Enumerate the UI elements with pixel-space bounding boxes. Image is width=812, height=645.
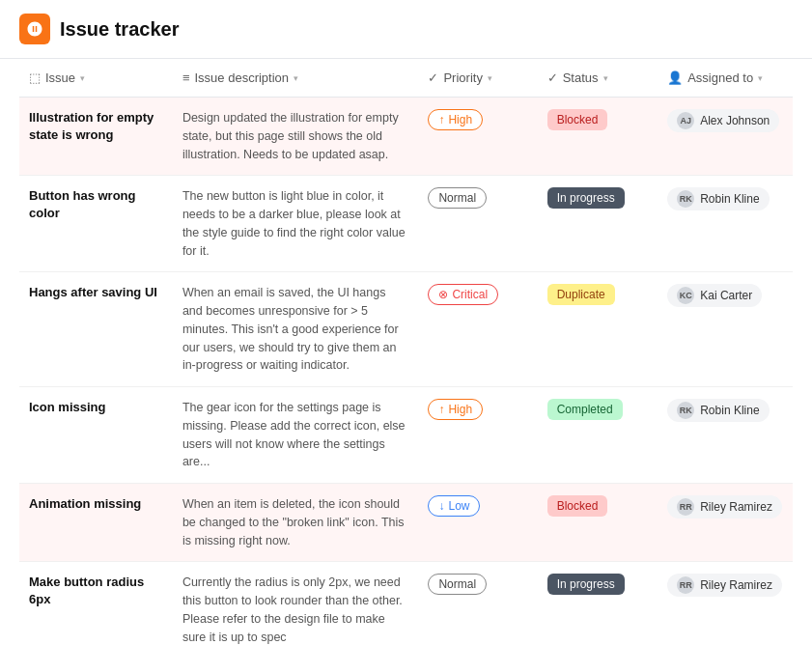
issue-description: The new button is light blue in color, i… xyxy=(182,189,406,257)
col-desc-chevron: ▾ xyxy=(294,73,298,83)
priority-icon: ↓ xyxy=(438,499,444,513)
status-cell: Completed xyxy=(538,387,658,484)
issue-desc-cell: Design updated the illustration for empt… xyxy=(173,98,419,176)
issue-title: Animation missing xyxy=(29,496,141,511)
priority-col-icon: ✓ xyxy=(428,70,438,85)
priority-label: High xyxy=(448,403,472,416)
col-issue-chevron: ▾ xyxy=(80,73,85,83)
issue-title-cell: Make button radius 6px xyxy=(19,562,173,645)
priority-badge: ↑High xyxy=(428,109,483,130)
issue-desc-cell: When an email is saved, the UI hangs and… xyxy=(173,272,419,387)
priority-icon: ↑ xyxy=(438,113,444,126)
app-header: Issue tracker xyxy=(0,0,812,59)
avatar: RR xyxy=(677,498,694,516)
status-col-icon: ✓ xyxy=(547,70,558,85)
priority-cell: Normal xyxy=(418,562,537,645)
issue-title-cell: Animation missing xyxy=(19,484,173,562)
assignee-badge: KCKai Carter xyxy=(667,284,762,307)
app-logo xyxy=(19,14,50,44)
status-badge: Blocked xyxy=(547,495,608,517)
table-row[interactable]: Animation missingWhen an item is deleted… xyxy=(19,484,793,562)
issue-title-cell: Icon missing xyxy=(19,387,173,484)
priority-label: Low xyxy=(448,499,469,513)
status-badge: Blocked xyxy=(547,109,608,130)
table-row[interactable]: Make button radius 6pxCurrently the radi… xyxy=(19,562,793,645)
col-priority[interactable]: ✓ Priority ▾ xyxy=(418,59,537,98)
issue-title-cell: Hangs after saving UI xyxy=(19,272,173,387)
assignee-name: Robin Kline xyxy=(700,192,759,206)
assignee-badge: RRRiley Ramirez xyxy=(667,574,782,597)
issue-desc-cell: Currently the radius is only 2px, we nee… xyxy=(173,562,419,645)
avatar: RK xyxy=(677,402,694,419)
priority-cell: ⊗Critical xyxy=(418,272,537,387)
issue-title-cell: Button has wrong color xyxy=(19,176,173,272)
assignee-cell: RRRiley Ramirez xyxy=(658,562,793,645)
col-assigned-label: Assigned to xyxy=(687,70,753,85)
status-badge: In progress xyxy=(547,574,625,595)
issue-desc-cell: The gear icon for the settings page is m… xyxy=(173,387,419,484)
col-issue-label: Issue xyxy=(45,70,75,85)
col-priority-label: Priority xyxy=(443,70,482,85)
status-cell: Duplicate xyxy=(538,272,658,387)
priority-badge: Normal xyxy=(428,187,487,209)
issue-title: Illustration for empty state is wrong xyxy=(29,110,154,142)
issue-description: Currently the radius is only 2px, we nee… xyxy=(182,575,403,643)
issue-description: When an item is deleted, the icon should… xyxy=(182,497,405,547)
priority-badge: ↓Low xyxy=(428,495,480,517)
col-assigned[interactable]: 👤 Assigned to ▾ xyxy=(658,59,793,98)
priority-badge: ⊗Critical xyxy=(428,284,498,305)
assignee-name: Riley Ramirez xyxy=(700,500,772,514)
assignee-badge: AJAlex Johnson xyxy=(667,109,779,132)
assignee-cell: RKRobin Kline xyxy=(658,176,793,272)
assignee-name: Alex Johnson xyxy=(700,114,770,127)
main-content: ⬚ Issue ▾ ≡ Issue description ▾ ✓ Pr xyxy=(0,59,812,645)
avatar: RK xyxy=(677,190,694,208)
col-desc-label: Issue description xyxy=(194,70,289,85)
col-status-label: Status xyxy=(563,70,599,85)
col-issue[interactable]: ⬚ Issue ▾ xyxy=(19,59,173,98)
issue-desc-cell: When an item is deleted, the icon should… xyxy=(173,484,419,562)
priority-label: High xyxy=(448,113,472,126)
issue-title: Hangs after saving UI xyxy=(29,285,157,299)
issue-col-icon: ⬚ xyxy=(29,70,41,85)
assignee-cell: RKRobin Kline xyxy=(658,387,793,484)
avatar: KC xyxy=(677,287,694,304)
table-row[interactable]: Icon missingThe gear icon for the settin… xyxy=(19,387,793,484)
logo-icon xyxy=(26,20,43,38)
status-badge: In progress xyxy=(547,187,625,209)
col-assigned-chevron: ▾ xyxy=(758,73,763,83)
issue-description: When an email is saved, the UI hangs and… xyxy=(182,286,399,372)
status-badge: Completed xyxy=(547,399,623,420)
status-cell: Blocked xyxy=(538,484,658,562)
avatar: AJ xyxy=(677,112,694,129)
col-description[interactable]: ≡ Issue description ▾ xyxy=(173,59,419,98)
col-status[interactable]: ✓ Status ▾ xyxy=(538,59,658,98)
table-row[interactable]: Hangs after saving UIWhen an email is sa… xyxy=(19,272,793,387)
assigned-col-icon: 👤 xyxy=(667,70,683,85)
issue-desc-cell: The new button is light blue in color, i… xyxy=(173,176,419,272)
priority-cell: ↓Low xyxy=(418,484,537,562)
assignee-cell: RRRiley Ramirez xyxy=(658,484,793,562)
issue-title: Button has wrong color xyxy=(29,188,136,220)
status-cell: In progress xyxy=(538,562,658,645)
assignee-name: Riley Ramirez xyxy=(700,578,772,592)
table-row[interactable]: Button has wrong colorThe new button is … xyxy=(19,176,793,272)
priority-icon: ↑ xyxy=(438,403,444,416)
assignee-name: Robin Kline xyxy=(700,404,759,417)
status-cell: In progress xyxy=(538,176,658,272)
priority-cell: Normal xyxy=(418,176,537,272)
status-badge: Duplicate xyxy=(547,284,615,305)
assignee-name: Kai Carter xyxy=(700,289,752,302)
issue-description: The gear icon for the settings page is m… xyxy=(182,401,406,468)
priority-cell: ↑High xyxy=(418,387,537,484)
priority-label: Normal xyxy=(438,577,476,591)
table-header-row: ⬚ Issue ▾ ≡ Issue description ▾ ✓ Pr xyxy=(19,59,793,98)
col-priority-chevron: ▾ xyxy=(488,73,492,83)
avatar: RR xyxy=(677,576,694,594)
table-row[interactable]: Illustration for empty state is wrongDes… xyxy=(19,98,793,176)
priority-label: Critical xyxy=(452,288,488,301)
issue-title: Icon missing xyxy=(29,400,105,414)
priority-cell: ↑High xyxy=(418,98,537,176)
priority-badge: ↑High xyxy=(428,399,483,420)
desc-col-icon: ≡ xyxy=(182,70,190,85)
